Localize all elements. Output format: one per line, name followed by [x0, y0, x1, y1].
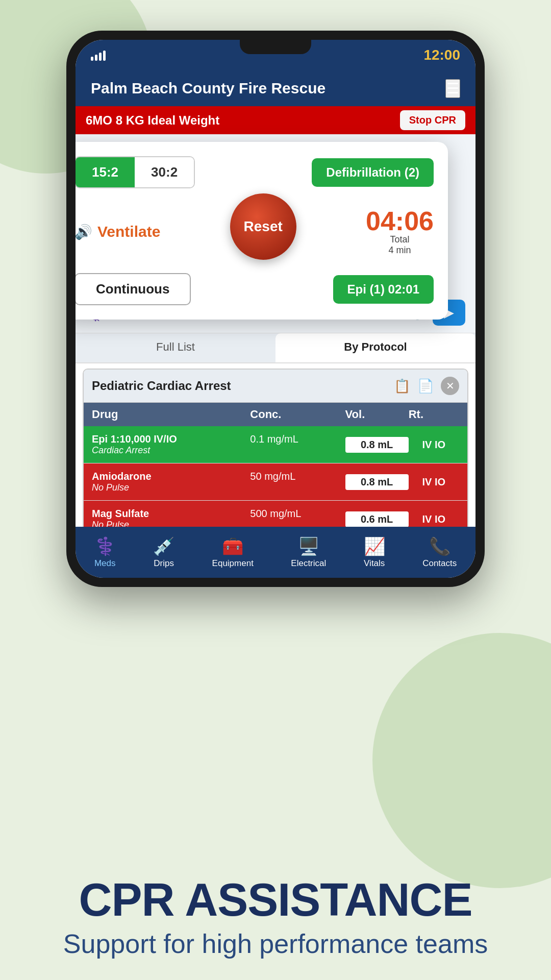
contacts-nav-label: Contacts: [422, 558, 457, 569]
meds-nav-icon: ⚕️: [94, 536, 116, 556]
copy-icon[interactable]: 📋: [394, 378, 410, 394]
col-rt: Rt.: [409, 408, 459, 421]
nav-drips[interactable]: 💉 Drips: [153, 536, 174, 569]
defibrillation-button[interactable]: Defibrillation (2): [312, 158, 434, 187]
cpr-top-row: 15:2 30:2 Defibrillation (2): [76, 156, 434, 188]
nav-equipment[interactable]: 🧰 Equipment: [212, 536, 254, 569]
pdf-icon[interactable]: 📄: [417, 378, 434, 394]
electrical-nav-icon: 🖥️: [298, 536, 319, 556]
close-button[interactable]: ✕: [441, 377, 459, 395]
contacts-nav-icon: 📞: [429, 536, 450, 556]
medications-section: ⚕️ Medications ⚙️ ▶ Full List By Protoco…: [76, 292, 475, 539]
drips-nav-label: Drips: [154, 558, 174, 569]
drug-column-headers: Drug Conc. Vol. Rt.: [84, 403, 467, 426]
bottom-nav: ⚕️ Meds 💉 Drips 🧰 Equipment 🖥️ Electrica…: [76, 527, 475, 578]
menu-button[interactable]: ☰: [445, 79, 460, 98]
nav-electrical[interactable]: 🖥️ Electrical: [291, 536, 326, 569]
equipment-nav-label: Equipment: [212, 558, 254, 569]
cpr-bottom-row: Continuous Epi (1) 02:01: [76, 273, 434, 305]
drug-rt-mag-sulfate: IV IO: [409, 511, 459, 527]
status-time: 12:00: [423, 47, 460, 63]
phone-screen: 12:00 Palm Beach County Fire Rescue ☰ 6M…: [76, 40, 475, 578]
vitals-nav-label: Vitals: [364, 558, 385, 569]
drug-name-epi: Epi 1:10,000 IV/IO Cardiac Arrest: [92, 433, 250, 456]
phone-notch: [240, 40, 311, 54]
signal-icon: [91, 50, 106, 61]
reset-button[interactable]: Reset: [230, 193, 296, 260]
drug-row-amiodarone[interactable]: Amiodarone No Pulse 50 mg/mL 0.8 mL IV I…: [84, 463, 467, 501]
ratio-30-2-button[interactable]: 30:2: [135, 157, 194, 187]
drug-conc-amiodarone: 50 mg/mL: [250, 471, 345, 493]
status-bar-left: [91, 50, 106, 61]
app-title: Palm Beach County Fire Rescue: [91, 80, 325, 97]
nav-vitals[interactable]: 📈 Vitals: [364, 536, 385, 569]
protocol-title: Pediatric Cardiac Arrest: [92, 379, 387, 393]
medications-tabs: Full List By Protocol: [76, 333, 475, 363]
cpr-sub-title: Support for high performance teams: [31, 928, 520, 960]
nav-meds[interactable]: ⚕️ Meds: [94, 536, 116, 569]
stop-cpr-button[interactable]: Stop CPR: [400, 110, 465, 130]
phone-shell: 12:00 Palm Beach County Fire Rescue ☰ 6M…: [66, 31, 485, 587]
protocol-header-row: Pediatric Cardiac Arrest 📋 📄 ✕: [84, 370, 467, 403]
timer-total-label: Total 4 min: [366, 234, 434, 256]
alert-text: 6MO 8 KG Ideal Weight: [86, 113, 219, 128]
tab-full-list[interactable]: Full List: [76, 333, 276, 362]
drug-vol-epi: 0.8 mL: [345, 437, 409, 453]
nav-contacts[interactable]: 📞 Contacts: [422, 536, 457, 569]
alert-banner: 6MO 8 KG Ideal Weight Stop CPR: [76, 106, 475, 134]
drips-nav-icon: 💉: [153, 536, 174, 556]
bottom-text-section: CPR ASSISTANCE Support for high performa…: [0, 877, 551, 960]
drug-row-epi[interactable]: Epi 1:10,000 IV/IO Cardiac Arrest 0.1 mg…: [84, 426, 467, 463]
col-vol: Vol.: [345, 408, 409, 421]
ventilate-label: 🔊 Ventilate: [76, 223, 160, 240]
timer-display: 04:06: [366, 208, 434, 234]
cpr-main-title: CPR ASSISTANCE: [31, 877, 520, 923]
equipment-nav-icon: 🧰: [222, 536, 243, 556]
electrical-nav-label: Electrical: [291, 558, 326, 569]
speaker-icon: 🔊: [76, 224, 92, 240]
meds-nav-label: Meds: [94, 558, 116, 569]
tab-by-protocol[interactable]: By Protocol: [276, 333, 475, 362]
ratio-15-2-button[interactable]: 15:2: [76, 157, 135, 187]
epi-button[interactable]: Epi (1) 02:01: [333, 275, 434, 304]
col-drug: Drug: [92, 408, 250, 421]
drug-rt-amiodarone: IV IO: [409, 474, 459, 490]
continuous-button[interactable]: Continuous: [76, 273, 191, 305]
drug-vol-mag-sulfate: 0.6 mL: [345, 511, 409, 527]
ventilate-text: Ventilate: [97, 223, 160, 240]
vitals-nav-icon: 📈: [364, 536, 385, 556]
col-conc: Conc.: [250, 408, 345, 421]
timer-section: 04:06 Total 4 min: [366, 208, 434, 256]
bg-decoration-bottom: [372, 633, 551, 888]
ratio-buttons: 15:2 30:2: [76, 156, 195, 188]
drug-vol-amiodarone: 0.8 mL: [345, 474, 409, 490]
app-header: Palm Beach County Fire Rescue ☰: [76, 70, 475, 106]
drug-table: Pediatric Cardiac Arrest 📋 📄 ✕ Drug Conc…: [83, 369, 468, 539]
drug-conc-epi: 0.1 mg/mL: [250, 433, 345, 456]
cpr-middle-row: 🔊 Ventilate Reset 04:06 Total 4 min: [76, 199, 434, 265]
drug-name-amiodarone: Amiodarone No Pulse: [92, 471, 250, 493]
cpr-card: 15:2 30:2 Defibrillation (2) 🔊 Ventilate…: [76, 142, 448, 320]
drug-rt-epi: IV IO: [409, 437, 459, 453]
